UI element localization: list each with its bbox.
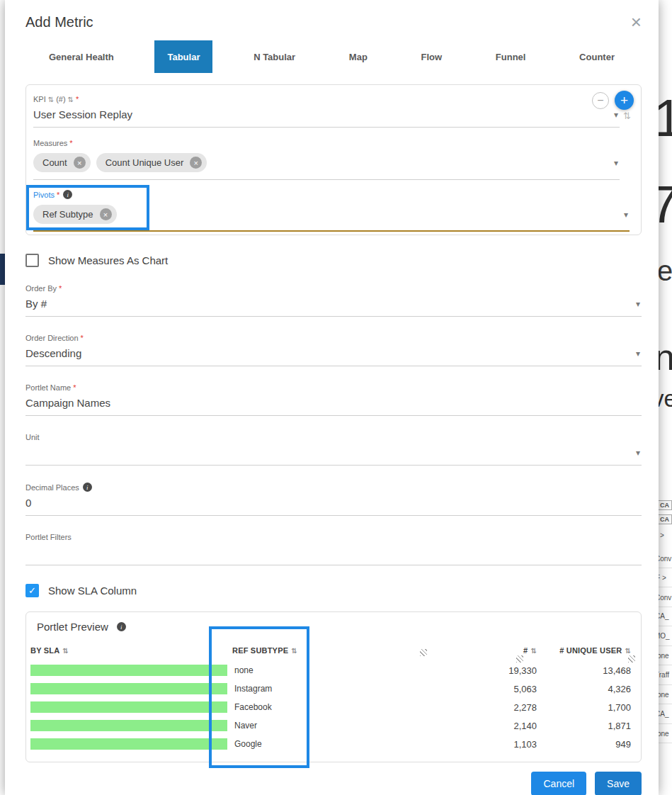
cancel-button[interactable]: Cancel: [531, 772, 586, 795]
kpi-select[interactable]: User Session Replay ▾: [33, 103, 620, 128]
decimal-places-input[interactable]: 0: [25, 492, 642, 516]
show-measures-as-chart-checkbox[interactable]: [25, 254, 39, 267]
sla-bar-cell: [30, 720, 232, 731]
column-header-by-sla[interactable]: BY SLA ⇅: [30, 646, 232, 655]
unit-select[interactable]: ▾: [25, 441, 642, 466]
close-icon[interactable]: ×: [631, 14, 642, 30]
portlet-filters-field: Portlet Filters: [25, 533, 642, 565]
order-by-label: Order By *: [25, 284, 642, 293]
measures-select[interactable]: Count × Count Unique User × ▾: [33, 147, 620, 180]
background-text-fragment: one: [657, 652, 669, 660]
show-measures-as-chart-row: Show Measures As Chart: [25, 254, 642, 267]
background-badge: CA: [657, 500, 672, 510]
order-by-select[interactable]: By # ▾: [25, 293, 642, 317]
column-header-label: # UNIQUE USER: [559, 646, 622, 655]
column-header-label: #: [523, 646, 528, 655]
measure-chip[interactable]: Count Unique User ×: [96, 153, 207, 172]
portlet-filters-value: [25, 546, 640, 559]
column-resize-grip[interactable]: [628, 655, 635, 662]
unit-value: [25, 446, 636, 459]
pivot-chip[interactable]: Ref Subtype ×: [33, 205, 117, 224]
column-header-ref-subtype[interactable]: REF SUBTYPE ⇅: [232, 646, 441, 655]
tab-bar: General Health Tabular N Tabular Map Flo…: [5, 40, 659, 73]
tab-general-health[interactable]: General Health: [36, 40, 127, 73]
sort-icon[interactable]: ⇅: [530, 647, 537, 655]
table-row: Facebook 2,278 1,700: [29, 698, 632, 716]
count-cell: 5,063: [441, 684, 537, 694]
count-cell: 2,140: [441, 721, 537, 731]
background-text-fragment: one: [657, 691, 669, 699]
swap-arrows-icon: ⇅: [68, 96, 74, 103]
order-direction-select[interactable]: Descending ▾: [25, 342, 642, 366]
save-button[interactable]: Save: [595, 772, 642, 795]
chevron-down-icon: ▾: [636, 448, 640, 458]
show-measures-as-chart-label: Show Measures As Chart: [48, 254, 168, 266]
decimal-places-label-text: Decimal Places: [25, 483, 79, 492]
required-mark: *: [69, 139, 72, 147]
table-row: Google 1,103 949: [29, 735, 632, 753]
chevron-down-icon: ▾: [636, 349, 640, 359]
kpi-label-suffix: (#): [56, 95, 65, 103]
column-header-label: BY SLA: [30, 646, 59, 655]
portlet-filters-label: Portlet Filters: [25, 533, 642, 541]
sla-bar: [30, 720, 227, 731]
table-row: Naver 2,140 1,871: [29, 716, 632, 735]
kpi-card: − + KPI ⇅ (#) ⇅ * User Session Replay ▾ …: [25, 84, 642, 235]
kpi-actions: − +: [592, 91, 634, 110]
decimal-places-value: 0: [25, 497, 640, 509]
info-icon[interactable]: i: [63, 190, 72, 199]
measure-chip-label: Count: [42, 157, 67, 168]
kpi-reorder-spinner-icon[interactable]: ⇅: [623, 111, 631, 121]
sla-bar-cell: [30, 738, 232, 750]
remove-kpi-button[interactable]: −: [592, 92, 609, 109]
count-cell: 2,278: [441, 702, 537, 713]
portlet-name-value: Campaign Names: [25, 397, 640, 410]
count-cell: 1,103: [441, 739, 537, 750]
tab-flow[interactable]: Flow: [409, 40, 455, 73]
measures-label-text: Measures: [33, 139, 67, 147]
ref-subtype-cell: Naver: [232, 721, 441, 731]
portlet-filters-input[interactable]: [25, 541, 642, 565]
tab-n-tabular[interactable]: N Tabular: [241, 40, 308, 73]
add-kpi-button[interactable]: +: [615, 91, 634, 110]
show-sla-column-checkbox[interactable]: ✓: [25, 584, 39, 597]
form-fields: Order By * By # ▾ Order Direction * Desc…: [25, 284, 642, 565]
remove-chip-icon[interactable]: ×: [190, 157, 202, 169]
column-resize-grip[interactable]: [516, 655, 523, 662]
remove-chip-icon[interactable]: ×: [100, 208, 112, 220]
kpi-label: KPI ⇅ (#) ⇅ *: [33, 95, 630, 103]
sort-icon[interactable]: ⇅: [291, 647, 297, 655]
sort-icon[interactable]: ⇅: [62, 647, 69, 655]
background-text-fragment: >: [660, 531, 664, 539]
kpi-select-wrap: User Session Replay ▾ ⇅: [33, 103, 620, 128]
order-direction-value: Descending: [25, 347, 636, 360]
sort-icon[interactable]: ⇅: [625, 647, 631, 655]
pivots-field: Pivots * i Ref Subtype × ▾: [33, 190, 630, 232]
info-icon[interactable]: i: [83, 483, 92, 492]
tab-funnel[interactable]: Funnel: [483, 40, 539, 73]
remove-chip-icon[interactable]: ×: [74, 157, 86, 169]
portlet-name-label: Portlet Name *: [25, 383, 642, 392]
portlet-name-input[interactable]: Campaign Names: [25, 392, 642, 416]
background-text-fragment: e: [657, 255, 672, 287]
pivots-select[interactable]: Ref Subtype × ▾: [33, 199, 630, 232]
measure-chip[interactable]: Count ×: [33, 153, 91, 172]
tab-counter[interactable]: Counter: [566, 40, 627, 73]
table-row: Instagram 5,063 4,326: [29, 680, 632, 698]
info-icon[interactable]: i: [117, 622, 126, 631]
tab-tabular[interactable]: Tabular: [154, 40, 212, 73]
unique-user-cell: 949: [537, 739, 631, 750]
column-resize-grip[interactable]: [420, 649, 427, 656]
chevron-down-icon: ▾: [624, 210, 628, 220]
sla-bar-cell: [30, 701, 232, 713]
background-text-fragment: one: [657, 730, 669, 738]
tab-map[interactable]: Map: [336, 40, 380, 73]
unit-label: Unit: [25, 433, 642, 441]
column-header-unique-user[interactable]: # UNIQUE USER ⇅: [537, 646, 631, 655]
sla-bar: [30, 683, 227, 694]
column-header-count[interactable]: # ⇅: [441, 646, 537, 655]
chevron-down-icon: ▾: [636, 299, 640, 309]
unit-label-text: Unit: [25, 433, 40, 441]
ref-subtype-cell: none: [232, 665, 441, 675]
order-by-field: Order By * By # ▾: [25, 284, 642, 317]
